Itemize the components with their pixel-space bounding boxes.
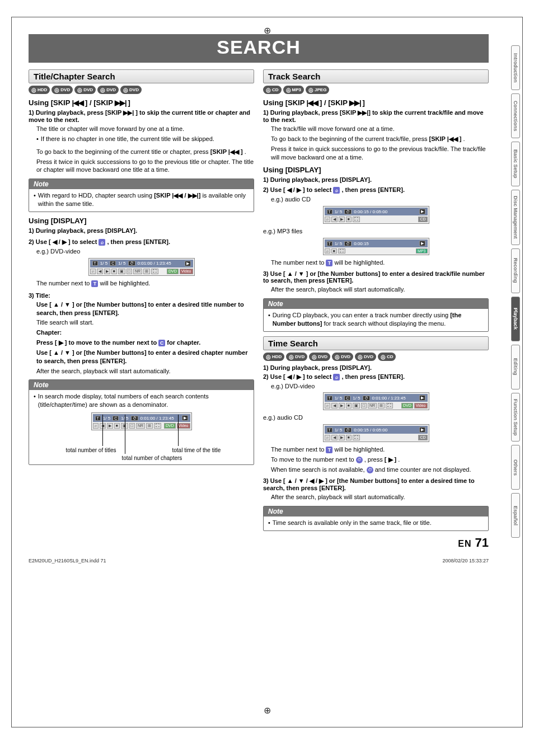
reg-mark-top: ⊕ [264,25,271,36]
page-title: SEARCH [29,34,489,63]
diagram-label: total number of chapters [122,455,182,462]
note-text: In search mode display, total numbers of… [38,392,249,409]
text: The number next to [36,280,91,287]
side-tab-connections[interactable]: Connections [511,93,520,138]
step-1: 1) During playback, press [SKIP ▶▶| ] to… [29,109,254,123]
side-tab-others[interactable]: Others [511,445,520,490]
text: Use [ ◀ / ▶ ] to select [270,373,334,380]
step-number: 1) [29,109,34,116]
side-tab-function-setup[interactable]: Function Setup [511,393,520,442]
text: will be highlighted. [335,446,385,453]
disc-icon: MP3 [283,86,304,94]
diagram-label: total time of the title [172,447,221,454]
badge: MP3 [416,248,427,253]
text: [SKIP |◀◀ / ▶▶|] [154,192,200,199]
eg-label: e.g.) MP3 files [263,227,489,236]
eg-label: e.g.) DVD-video [271,382,489,391]
badge: DVD [167,269,179,274]
osd-example: T 1/ 5 C 1/ 5 ⏱ 0:01:00 / 1:23:45 ▶ ⌕◀▶■… [88,258,195,276]
time-value: 0:01:00 / 1:23:45 [372,396,406,401]
note-text: During CD playback, you can enter a trac… [273,311,484,328]
osd-example: T1/ 5⏱0:00:15▶ ⌕■⛶MP3 [323,238,429,255]
t-icon: T [326,447,332,453]
disc-icon: JPEG [306,86,329,94]
track-count: 1/ 5 [335,241,342,246]
footer: E2M20UD_H2160SL9_EN.indd 71 ⊕ 2008/02/20… [29,558,489,564]
skip-next-icon: ▶▶| [115,98,127,107]
body-text: Use [ ▲ / ▼ ] or [the Number buttons] to… [36,349,254,365]
title-count: 1/ 5 [103,416,110,421]
note-box: Note With regard to HDD, chapter search … [29,179,254,212]
text: To go back to the beginning of the curre… [271,135,429,142]
body-text: Press it twice in quick successions to g… [271,145,489,162]
step-heading: Title: [36,292,50,299]
step-text: Use [ ◀ / ▶ ] to select ⌕ , then press [… [270,186,405,193]
side-tab-recording[interactable]: Recording [511,248,520,293]
text: During CD playback, you can enter a trac… [273,312,450,318]
step-number: 3) [263,270,269,277]
text: ] [363,98,365,107]
text: . [245,148,246,155]
step-number: 1) [29,227,34,234]
text: Using [SKIP [29,98,70,107]
eg-label: e.g.) DVD-video [36,247,254,256]
step-text: During playback, press [SKIP ▶▶| ] to sk… [29,109,250,123]
c-chip: C [110,261,116,266]
side-tab-espanol[interactable]: Español [511,493,520,538]
step-2: 2) Use [ ◀ / ▶ ] to select ⌕ , then pres… [29,238,254,246]
clock-icon: ⏱ [367,467,373,473]
disc-icons-row: CD MP3 JPEG [263,86,489,94]
step-2: 2) Use [ ◀ / ▶ ] to select ⌕ , then pres… [263,373,489,381]
text: To go back to the beginning of the curre… [36,148,210,155]
disc-icon: DVD [74,86,96,94]
badge: Video [414,403,428,408]
time-value: 0:01:00 / 1:23:45 [138,261,171,266]
text: With regard to HDD, chapter search using [38,192,154,199]
step-3: 3) Title: [29,292,254,299]
text: Using [SKIP [263,98,305,107]
disc-icon: DVD [286,353,307,361]
search-icon: ⌕ [99,239,105,246]
track-count: 1/ 5 [335,428,342,433]
t-icon: T [326,260,332,266]
time-value: 0:00:15 [354,241,369,246]
text: . [398,456,400,463]
body-text: Use [ ▲ / ▼ ] or [the Number buttons] to… [36,300,254,317]
note-title: Note [264,506,488,516]
skip-next-icon: ▶▶| [349,98,361,107]
footer-left: E2M20UD_H2160SL9_EN.indd 71 [29,558,106,564]
step-text: Use [ ▲ / ▼ / ◀ / ▶ ] or [the Number but… [263,477,475,491]
badge: Video [180,269,193,274]
diagram-label: total number of titles [66,447,116,454]
side-tabs: Introduction Connections Basic Setup Dis… [511,45,520,538]
play-chip: ▶ [185,261,191,266]
text: and time counter are not displayed. [375,466,471,473]
disc-icon: DVD [355,353,376,361]
note-title: Note [29,380,254,390]
side-tab-playback[interactable]: Playback [511,297,520,341]
side-tab-editing[interactable]: Editing [511,345,520,389]
chapter-count: 1/ 5 [118,261,125,266]
step-text: Use [ ▲ / ▼ ] or [the Number buttons] to… [263,270,485,284]
search-icon: ⌕ [333,187,340,194]
side-tab-basic-setup[interactable]: Basic Setup [511,142,520,186]
text: for track search without displaying the … [324,320,446,327]
side-tab-disc-management[interactable]: Disc Management [511,190,520,245]
text: When time search is not available, [271,466,367,473]
text: . [463,135,465,142]
disc-icon: DVD [97,86,119,94]
osd-example: T1/ 5⏱0:00:15 / 0:05:00▶ ⌕◀▶■⛶CD [323,206,429,224]
side-tab-introduction[interactable]: Introduction [511,45,520,90]
step-number: 2) [29,238,34,245]
text: will be highlighted. [335,259,385,266]
note-title: Note [264,299,488,309]
text: , then press [ENTER]. [342,373,405,380]
c-icon: C [158,340,165,346]
body-text: The track/file will move forward one at … [271,125,489,133]
time-value: 0:01:00 / 1:23:45 [140,416,174,421]
clock-icon: ⏱ [356,457,363,463]
time-search-heading: Time Search [263,336,489,350]
body-text: Press [ ▶ ] to move to the number next t… [36,339,254,347]
note-body: With regard to HDD, chapter search using… [29,189,254,212]
osd-diagram: T1/ 5 C1/ 5 ⏱0:01:00 / 1:23:45 ▶ ⌕◀▶■▣□N… [83,412,200,461]
